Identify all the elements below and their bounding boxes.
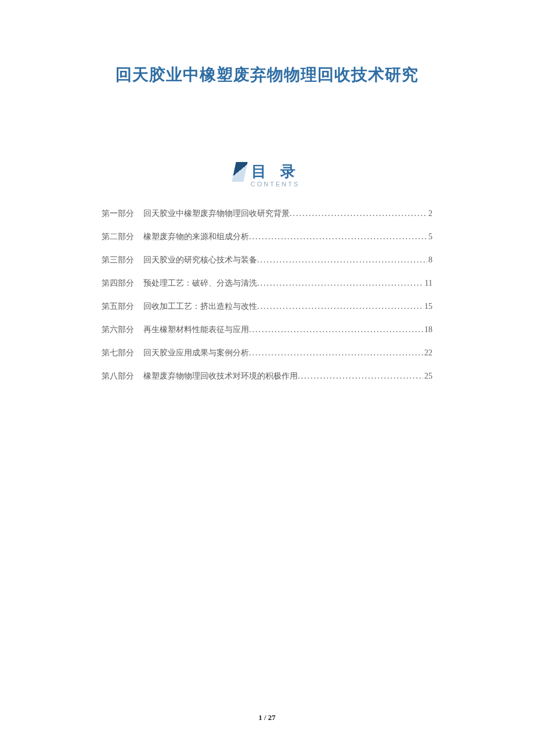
toc-line: 第七部分 回天胶业应用成果与案例分析 22 xyxy=(102,348,432,358)
toc-line: 第三部分 回天胶业的研究核心技术与装备 8 xyxy=(102,255,432,265)
toc-line: 第六部分 再生橡塑材料性能表征与应用 18 xyxy=(102,325,432,335)
toc-page: 18 xyxy=(423,325,432,334)
toc-decor-icon xyxy=(232,162,248,182)
toc-part: 第二部分 xyxy=(102,232,134,242)
toc-entry: 再生橡塑材料性能表征与应用 xyxy=(143,325,249,335)
toc-part: 第五部分 xyxy=(102,301,134,312)
toc-dots xyxy=(249,348,423,358)
toc-page: 2 xyxy=(427,209,432,218)
toc-line: 第一部分 回天胶业中橡塑废弃物物理回收研究背景 2 xyxy=(102,208,432,219)
toc-line: 第五部分 回收加工工艺：挤出造粒与改性 15 xyxy=(102,301,432,312)
toc-body: 第一部分 回天胶业中橡塑废弃物物理回收研究背景 2 第二部分 橡塑废弃物的来源和… xyxy=(70,208,464,381)
toc-page: 25 xyxy=(423,372,432,381)
toc-dots xyxy=(290,209,427,218)
footer-sep: / xyxy=(262,713,268,722)
toc-page: 15 xyxy=(423,302,432,311)
footer-total: 27 xyxy=(268,713,276,722)
toc-dots xyxy=(249,232,427,242)
toc-part: 第六部分 xyxy=(102,325,134,335)
page: 回天胶业中橡塑废弃物物理回收技术研究 目 录 CONTENTS 第一部分 回天胶… xyxy=(0,0,534,756)
toc-dots xyxy=(257,302,423,311)
toc-entry: 预处理工艺：破碎、分选与清洗 xyxy=(143,278,257,289)
toc-entry: 橡塑废弃物物理回收技术对环境的积极作用 xyxy=(143,371,298,381)
toc-dots xyxy=(298,372,423,381)
toc-dots xyxy=(249,325,423,334)
toc-dots xyxy=(257,279,424,288)
toc-part: 第七部分 xyxy=(102,348,134,358)
toc-page: 5 xyxy=(427,232,432,242)
page-footer: 1 / 27 xyxy=(0,713,534,722)
toc-page: 22 xyxy=(423,348,432,358)
document-title: 回天胶业中橡塑废弃物物理回收技术研究 xyxy=(70,64,464,86)
toc-dots xyxy=(257,255,427,265)
toc-label-cn: 目 录 xyxy=(251,161,300,182)
toc-entry: 橡塑废弃物的来源和组成分析 xyxy=(143,232,249,242)
toc-header-row: 目 录 xyxy=(234,161,300,182)
toc-entry: 回收加工工艺：挤出造粒与改性 xyxy=(143,301,257,312)
toc-entry: 回天胶业的研究核心技术与装备 xyxy=(143,255,257,265)
toc-page: 8 xyxy=(427,255,432,265)
toc-entry: 回天胶业中橡塑废弃物物理回收研究背景 xyxy=(143,208,290,219)
toc-part: 第八部分 xyxy=(102,371,134,381)
toc-part: 第四部分 xyxy=(102,278,134,289)
toc-line: 第二部分 橡塑废弃物的来源和组成分析 5 xyxy=(102,232,432,242)
toc-header: 目 录 CONTENTS xyxy=(70,161,464,188)
toc-page: 11 xyxy=(424,279,432,288)
toc-line: 第八部分 橡塑废弃物物理回收技术对环境的积极作用 25 xyxy=(102,371,432,381)
toc-line: 第四部分 预处理工艺：破碎、分选与清洗 11 xyxy=(102,278,432,289)
toc-label-en: CONTENTS xyxy=(251,181,300,188)
toc-entry: 回天胶业应用成果与案例分析 xyxy=(143,348,249,358)
toc-part: 第一部分 xyxy=(102,208,134,219)
toc-part: 第三部分 xyxy=(102,255,134,265)
